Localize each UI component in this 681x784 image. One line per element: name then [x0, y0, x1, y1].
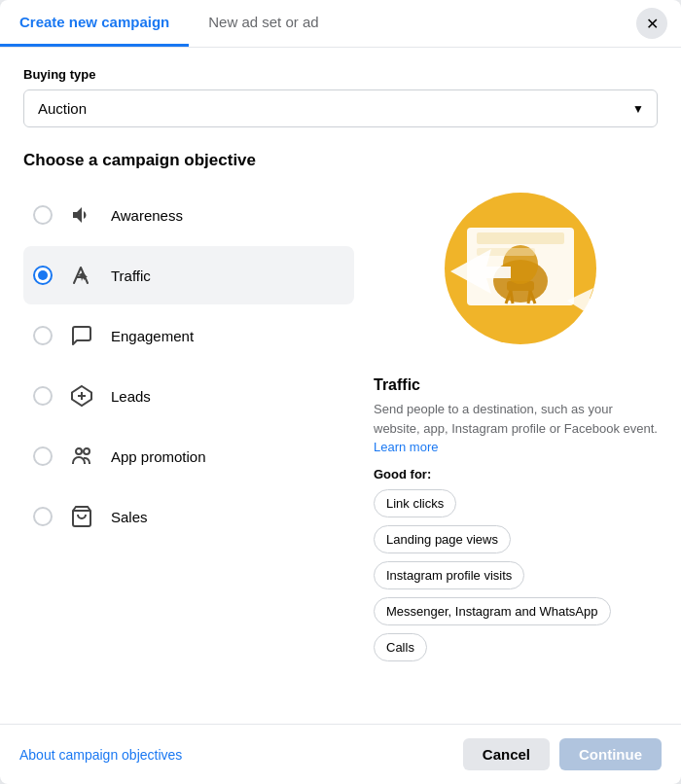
about-objectives-link[interactable]: About campaign objectives: [19, 747, 182, 763]
modal-body: Buying type Auction ▼ Choose a campaign …: [0, 48, 681, 724]
objective-item-app-promotion[interactable]: App promotion: [23, 427, 354, 485]
modal-header: Create new campaign New ad set or ad ✕: [0, 0, 681, 48]
objective-item-engagement[interactable]: Engagement: [23, 306, 354, 365]
objective-item-sales[interactable]: Sales: [23, 487, 354, 546]
leads-label: Leads: [111, 388, 151, 405]
buying-type-label: Buying type: [23, 67, 658, 82]
traffic-label: Traffic: [111, 267, 151, 284]
sales-icon: [64, 499, 99, 534]
tag-messenger: Messenger, Instagram and WhatsApp: [374, 597, 611, 625]
objective-item-traffic[interactable]: Traffic: [23, 246, 354, 304]
footer-buttons: Cancel Continue: [463, 738, 662, 770]
leads-icon: [64, 378, 99, 413]
campaign-objective-title: Choose a campaign objective: [23, 151, 658, 170]
radio-awareness: [33, 205, 53, 225]
traffic-illustration: [418, 186, 613, 361]
svg-line-13: [528, 291, 530, 303]
close-icon: ✕: [646, 15, 659, 33]
awareness-icon: [64, 197, 99, 232]
learn-more-link[interactable]: Learn more: [374, 440, 438, 454]
engagement-label: Engagement: [111, 328, 194, 344]
app-promotion-label: App promotion: [111, 448, 206, 465]
tab-create-campaign[interactable]: Create new campaign: [0, 0, 189, 47]
radio-engagement: [33, 326, 53, 345]
tag-landing-page: Landing page views: [374, 525, 511, 553]
tab-new-adset[interactable]: New ad set or ad: [189, 0, 338, 47]
buying-type-dropdown: Auction ▼: [23, 89, 658, 127]
objective-item-leads[interactable]: Leads: [23, 367, 354, 425]
radio-app-promotion: [33, 446, 53, 466]
detail-title: Traffic: [374, 376, 658, 394]
svg-line-12: [511, 291, 513, 303]
svg-point-3: [76, 448, 82, 454]
radio-sales: [33, 507, 53, 526]
radio-inner-traffic: [38, 270, 48, 280]
awareness-label: Awareness: [111, 207, 183, 224]
detail-description: Send people to a destination, such as yo…: [374, 400, 658, 457]
content-area: Awareness Traffic: [23, 186, 658, 669]
modal-footer: About campaign objectives Cancel Continu…: [0, 724, 681, 784]
traffic-icon: [64, 258, 99, 293]
continue-button[interactable]: Continue: [559, 738, 662, 770]
close-button[interactable]: ✕: [636, 8, 667, 39]
detail-panel: Traffic Send people to a destination, su…: [354, 186, 658, 669]
buying-type-select[interactable]: Auction: [23, 89, 658, 127]
radio-traffic: [33, 266, 53, 285]
svg-rect-15: [477, 232, 564, 244]
tag-calls: Calls: [374, 633, 427, 661]
sales-label: Sales: [111, 509, 148, 525]
radio-leads: [33, 386, 53, 406]
create-campaign-modal: Create new campaign New ad set or ad ✕ B…: [0, 0, 681, 784]
app-promotion-icon: [64, 439, 99, 474]
engagement-icon: [64, 318, 99, 353]
objectives-list: Awareness Traffic: [23, 186, 354, 669]
tag-instagram-visits: Instagram profile visits: [374, 561, 524, 589]
tags-list: Link clicks Landing page views Instagram…: [374, 489, 658, 669]
tag-link-clicks: Link clicks: [374, 489, 456, 517]
objective-item-awareness[interactable]: Awareness: [23, 186, 354, 244]
cancel-button[interactable]: Cancel: [463, 738, 550, 770]
good-for-label: Good for:: [374, 467, 658, 481]
svg-point-4: [84, 448, 90, 454]
